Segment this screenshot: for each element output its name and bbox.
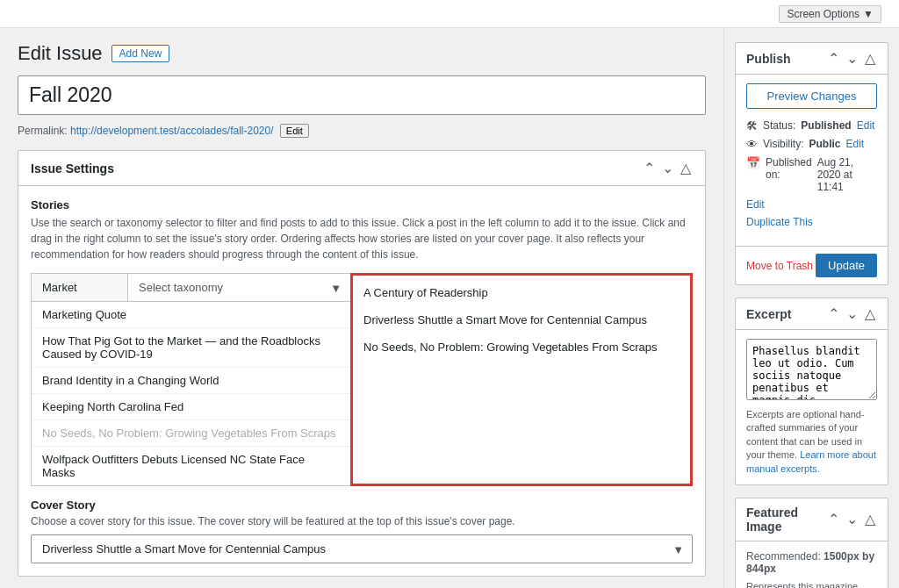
chevron-down-icon: ▼: [863, 8, 874, 20]
page-title: Edit Issue: [18, 42, 103, 65]
issue-settings-title: Issue Settings: [31, 161, 114, 176]
publish-collapse-up[interactable]: ⌃: [826, 50, 841, 67]
duplicate-link[interactable]: Duplicate This: [746, 216, 877, 228]
published-value: Aug 21, 2020 at 11:41: [817, 156, 877, 193]
list-item[interactable]: No Seeds, No Problem: Growing Vegetables…: [32, 420, 350, 447]
cover-story-section: Cover Story Choose a cover story for thi…: [31, 498, 693, 563]
list-item[interactable]: Driverless Shuttle a Smart Move for Cent…: [353, 306, 690, 333]
excerpt-collapse-down[interactable]: ⌄: [845, 305, 859, 322]
issue-settings-collapse-down[interactable]: ⌄: [660, 160, 675, 176]
cover-story-select[interactable]: Driverless Shuttle a Smart Move for Cent…: [31, 534, 693, 563]
excerpt-box: Excerpt ⌃ ⌄ △ Phasellus blandit leo ut o…: [735, 298, 888, 485]
featured-image-title: Featured Image: [746, 506, 826, 534]
featured-img-description: Represents this magazine issue in archiv…: [746, 580, 877, 588]
publish-date-row: 📅 Published on: Aug 21, 2020 at 11:41: [746, 156, 877, 193]
cover-story-heading: Cover Story: [31, 498, 693, 512]
visibility-icon: 👁: [746, 138, 758, 151]
publish-visibility-row: 👁 Visibility: Public Edit: [746, 138, 877, 151]
preview-changes-button[interactable]: Preview Changes: [746, 83, 877, 109]
stories-left-panel: Market Select taxonomy ▼ Marketing Quote…: [31, 273, 350, 486]
publish-box: Publish ⌃ ⌄ △ Preview Changes 🛠 Status: …: [735, 42, 888, 285]
permalink-row: Permalink: http://development.test/accol…: [18, 124, 706, 138]
add-new-button[interactable]: Add New: [111, 45, 170, 62]
screen-options-label: Screen Options: [787, 8, 859, 20]
excerpt-collapse-up[interactable]: ⌃: [826, 305, 841, 322]
visibility-value: Public: [809, 138, 840, 150]
stories-heading: Stories: [31, 198, 693, 212]
excerpt-title: Excerpt: [746, 307, 791, 321]
status-value: Published: [801, 119, 851, 132]
featured-img-collapse-up[interactable]: ⌃: [826, 511, 841, 527]
taxonomy-row: Market Select taxonomy ▼: [32, 274, 350, 302]
permalink-edit-button[interactable]: Edit: [280, 124, 309, 138]
publish-collapse-down[interactable]: ⌄: [845, 50, 859, 67]
featured-image-box: Featured Image ⌃ ⌄ △ Recommended: 1500px…: [735, 498, 888, 588]
featured-img-recommended: Recommended: 1500px by 844px: [746, 550, 877, 575]
cover-story-description: Choose a cover story for this issue. The…: [31, 515, 693, 527]
right-story-list: A Century of Readership Driverless Shutt…: [353, 276, 690, 364]
publish-title: Publish: [746, 52, 791, 66]
issue-settings-expand[interactable]: △: [679, 160, 693, 176]
taxonomy-label: Market: [32, 274, 128, 301]
list-item[interactable]: Wolfpack Outfitters Debuts Licensed NC S…: [32, 447, 350, 485]
visibility-edit-link[interactable]: Edit: [845, 138, 864, 150]
permalink-url[interactable]: http://development.test/accolades/fall-2…: [70, 125, 273, 137]
update-button[interactable]: Update: [816, 254, 877, 277]
featured-img-collapse-down[interactable]: ⌄: [845, 511, 859, 527]
list-item[interactable]: How That Pig Got to the Market — and the…: [32, 328, 350, 368]
stories-layout: Market Select taxonomy ▼ Marketing Quote…: [31, 273, 693, 486]
list-item[interactable]: Keeping North Carolina Fed: [32, 394, 350, 420]
featured-img-expand[interactable]: △: [863, 511, 877, 527]
calendar-icon: 📅: [746, 156, 760, 169]
excerpt-description: Excerpts are optional hand-crafted summa…: [746, 408, 877, 476]
excerpt-textarea[interactable]: Phasellus blandit leo ut odio. Cum socii…: [746, 339, 877, 400]
screen-options-button[interactable]: Screen Options ▼: [779, 5, 881, 23]
excerpt-expand[interactable]: △: [863, 305, 877, 322]
issue-title-input[interactable]: [18, 75, 706, 115]
published-edit-link[interactable]: Edit: [746, 198, 765, 211]
issue-settings-collapse-up[interactable]: ⌃: [642, 160, 657, 176]
issue-settings-box: Issue Settings ⌃ ⌄ △ Stories Use the sea…: [18, 150, 706, 577]
status-icon: 🛠: [746, 119, 758, 133]
stories-description: Use the search or taxonomy selector to f…: [31, 215, 693, 262]
list-item[interactable]: A Century of Readership: [353, 279, 690, 306]
taxonomy-select[interactable]: Select taxonomy: [128, 274, 350, 301]
stories-right-panel: A Century of Readership Driverless Shutt…: [350, 273, 693, 486]
move-to-trash-link[interactable]: Move to Trash: [746, 260, 813, 272]
list-item[interactable]: No Seeds, No Problem: Growing Vegetables…: [353, 333, 690, 361]
list-item[interactable]: Marketing Quote: [32, 302, 350, 328]
status-edit-link[interactable]: Edit: [857, 119, 875, 132]
sidebar: Publish ⌃ ⌄ △ Preview Changes 🛠 Status: …: [723, 28, 899, 588]
publish-expand[interactable]: △: [863, 50, 877, 67]
permalink-label: Permalink:: [18, 125, 68, 137]
list-item[interactable]: Brand Identity in a Changing World: [32, 368, 350, 394]
left-story-list: Marketing Quote How That Pig Got to the …: [32, 302, 350, 485]
publish-status-row: 🛠 Status: Published Edit: [746, 119, 877, 133]
